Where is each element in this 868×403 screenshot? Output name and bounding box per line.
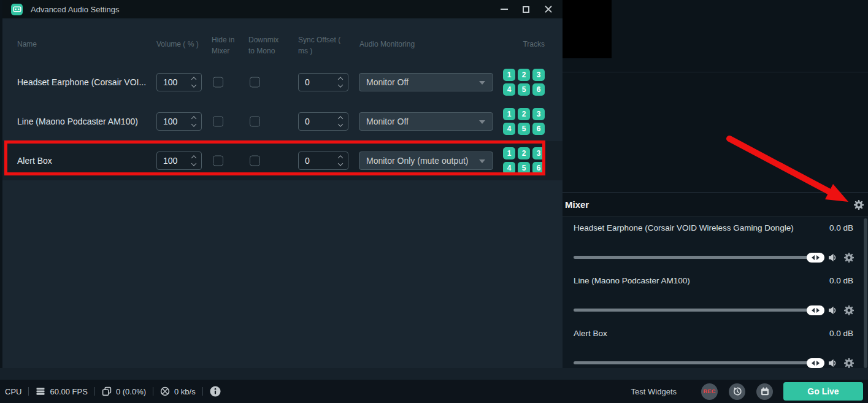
mute-speaker-icon[interactable]	[828, 253, 837, 263]
streamlabs-logo-icon	[11, 4, 23, 15]
spinner-arrows[interactable]	[339, 78, 342, 87]
column-header-sync-offset: Sync Offset ( ms )	[298, 34, 340, 56]
schedule-button[interactable]	[756, 383, 773, 400]
downmix-to-mono-checkbox[interactable]	[250, 156, 260, 166]
volume-input[interactable]: 100	[156, 112, 202, 131]
track-button[interactable]: 1	[503, 147, 515, 159]
divider	[202, 387, 203, 396]
maximize-button[interactable]	[522, 6, 530, 13]
mixer-source-level: 0.0 dB	[829, 329, 853, 338]
advanced-audio-settings-dialog: Advanced Audio Settings Name Volume ( % …	[2, 0, 563, 368]
audio-monitoring-select[interactable]: Monitor Only (mute output)	[359, 152, 493, 170]
volume-input[interactable]: 100	[156, 73, 202, 91]
downmix-to-mono-checkbox[interactable]	[250, 117, 260, 127]
editor-divider	[563, 72, 868, 72]
mute-speaker-icon[interactable]	[828, 358, 837, 368]
track-button[interactable]: 4	[503, 162, 515, 174]
track-button[interactable]: 3	[532, 147, 545, 159]
volume-slider[interactable]	[574, 361, 824, 364]
track-button[interactable]: 6	[532, 162, 545, 174]
minimize-button[interactable]	[500, 6, 508, 13]
track-button[interactable]: 5	[518, 83, 530, 96]
column-header-hide-in-mixer: Hide in Mixer	[212, 34, 234, 56]
status-bar: CPU 60.00 FPS 0 (0.0%) 0 kb/s Test Widge…	[0, 380, 868, 403]
mixer-settings-gear-icon[interactable]	[854, 200, 864, 210]
volume-slider-handle[interactable]	[807, 253, 824, 263]
audio-source-row-alert-box: Alert Box 100 0 Monitor Only (mute outpu…	[2, 141, 563, 180]
volume-slider-handle[interactable]	[807, 305, 824, 315]
server-icon	[36, 386, 45, 396]
preview-black-region	[563, 0, 612, 58]
audio-source-row: Headset Earphone (Corsair VOI... 100 0 M…	[2, 63, 563, 102]
hide-in-mixer-checkbox[interactable]	[213, 117, 223, 127]
frames-icon	[102, 386, 112, 396]
source-settings-gear-icon[interactable]	[844, 358, 854, 368]
track-button[interactable]: 2	[518, 147, 530, 159]
fps-status: 60.00 FPS	[36, 386, 87, 396]
divider	[153, 387, 153, 396]
track-button[interactable]: 6	[532, 83, 545, 96]
mixer-panel-title: Mixer	[565, 199, 589, 210]
track-button[interactable]: 3	[532, 108, 545, 120]
replay-buffer-button[interactable]	[729, 383, 745, 400]
record-button[interactable]: REC	[701, 383, 718, 400]
source-settings-gear-icon[interactable]	[844, 305, 854, 315]
mixer-source-level: 0.0 dB	[829, 223, 853, 232]
source-name: Line (Maono Podcaster AM100)	[17, 117, 138, 126]
track-button[interactable]: 3	[532, 69, 545, 81]
app-bottom-band	[0, 368, 868, 380]
track-button[interactable]: 2	[518, 69, 530, 81]
mixer-header-divider	[563, 217, 868, 217]
hide-in-mixer-checkbox[interactable]	[213, 156, 223, 166]
audio-monitoring-select[interactable]: Monitor Off	[359, 112, 493, 131]
test-widgets-label: Test Widgets	[631, 387, 677, 396]
volume-slider[interactable]	[574, 309, 824, 312]
column-header-audio-monitoring: Audio Monitoring	[359, 40, 415, 48]
tracks-buttons: 1 2 3 4 5 6	[503, 147, 545, 174]
track-button[interactable]: 4	[503, 123, 515, 135]
chevron-down-icon	[479, 159, 485, 163]
spinner-arrows[interactable]	[339, 156, 342, 166]
downmix-to-mono-checkbox[interactable]	[250, 77, 260, 88]
column-header-volume: Volume ( % )	[156, 40, 199, 48]
hide-in-mixer-checkbox[interactable]	[213, 77, 223, 88]
track-button[interactable]: 6	[532, 123, 545, 135]
mixer-source-level: 0.0 dB	[829, 276, 853, 285]
track-button[interactable]: 1	[503, 69, 515, 81]
track-button[interactable]: 2	[518, 108, 530, 120]
audio-monitoring-select[interactable]: Monitor Off	[359, 73, 493, 91]
bandwidth-status: 0 kb/s	[160, 386, 196, 396]
volume-slider[interactable]	[574, 256, 824, 259]
sync-offset-input[interactable]: 0	[298, 73, 348, 91]
volume-slider-handle[interactable]	[807, 358, 824, 368]
dropped-frames-status: 0 (0.0%)	[102, 386, 146, 396]
spinner-arrows[interactable]	[339, 117, 342, 126]
column-header-tracks: Tracks	[523, 40, 545, 48]
go-live-button[interactable]: Go Live	[783, 382, 863, 401]
dialog-title: Advanced Audio Settings	[31, 5, 120, 14]
sync-offset-input[interactable]: 0	[298, 152, 348, 170]
spinner-arrows[interactable]	[192, 156, 196, 166]
track-button[interactable]: 5	[518, 123, 530, 135]
close-button[interactable]	[544, 6, 552, 13]
volume-input[interactable]: 100	[156, 152, 202, 170]
track-button[interactable]: 5	[518, 162, 530, 174]
mixer-list-background	[563, 217, 868, 368]
mute-speaker-icon[interactable]	[828, 305, 837, 315]
info-icon[interactable]	[210, 386, 221, 397]
spinner-arrows[interactable]	[192, 117, 196, 126]
tracks-buttons: 1 2 3 4 5 6	[503, 69, 545, 96]
dialog-titlebar[interactable]: Advanced Audio Settings	[2, 0, 563, 18]
network-icon	[160, 386, 170, 396]
mixer-source-name: Line (Maono Podcaster AM100)	[574, 276, 690, 285]
track-button[interactable]: 4	[503, 83, 515, 96]
mixer-scrollbar[interactable]	[864, 218, 867, 368]
source-settings-gear-icon[interactable]	[844, 253, 854, 263]
column-header-name: Name	[17, 40, 37, 48]
chevron-down-icon	[479, 120, 485, 124]
spinner-arrows[interactable]	[192, 78, 196, 87]
sync-offset-input[interactable]: 0	[298, 112, 348, 131]
source-name: Headset Earphone (Corsair VOI...	[17, 77, 146, 87]
mixer-source-name: Headset Earphone (Corsair VOID Wireless …	[574, 223, 794, 232]
track-button[interactable]: 1	[503, 108, 515, 120]
